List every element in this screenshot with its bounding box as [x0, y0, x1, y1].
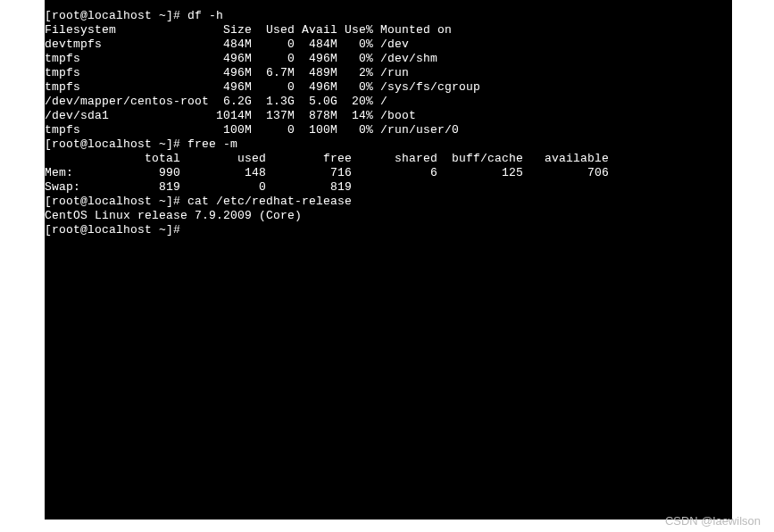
terminal-window[interactable]: [root@localhost ~]# df -h Filesystem Siz…: [45, 0, 732, 520]
command-df: df -h: [187, 9, 223, 22]
free-header: total used free shared buff/cache availa…: [45, 152, 609, 165]
df-header: Filesystem Size Used Avail Use% Mounted …: [45, 23, 452, 37]
df-row: devtmpfs 484M 0 484M 0% /dev: [45, 37, 409, 51]
watermark: CSDN @laewilson: [665, 514, 761, 528]
command-cat: cat /etc/redhat-release: [187, 195, 352, 208]
df-row: tmpfs 496M 0 496M 0% /sys/fs/cgroup: [45, 80, 480, 94]
free-row: Mem: 990 148 716 6 125 706: [45, 166, 609, 179]
prompt: [root@localhost ~]#: [45, 137, 180, 151]
df-row: tmpfs 100M 0 100M 0% /run/user/0: [45, 123, 459, 137]
prompt: [root@localhost ~]#: [45, 9, 180, 22]
prompt: [root@localhost ~]#: [45, 195, 180, 208]
release-output: CentOS Linux release 7.9.2009 (Core): [45, 209, 302, 222]
df-row: /dev/sda1 1014M 137M 878M 14% /boot: [45, 109, 416, 122]
df-row: /dev/mapper/centos-root 6.2G 1.3G 5.0G 2…: [45, 95, 387, 108]
df-row: tmpfs 496M 0 496M 0% /dev/shm: [45, 52, 437, 65]
df-row: tmpfs 496M 6.7M 489M 2% /run: [45, 66, 409, 79]
command-free: free -m: [187, 137, 237, 151]
prompt: [root@localhost ~]#: [45, 223, 180, 237]
free-row: Swap: 819 0 819: [45, 180, 352, 194]
